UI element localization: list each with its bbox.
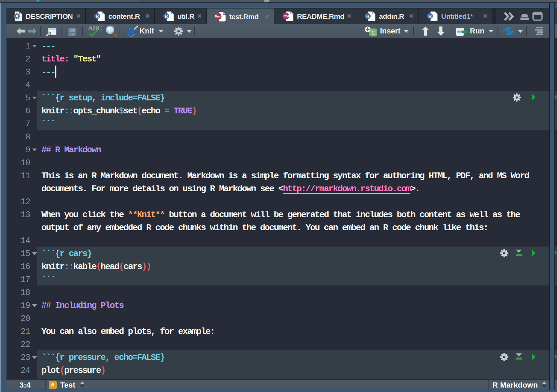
svg-text:R: R	[429, 13, 432, 18]
svg-text:Rmd: Rmd	[215, 15, 221, 18]
svg-text:R: R	[165, 13, 168, 18]
svg-text:R: R	[96, 13, 99, 18]
svg-text:C: C	[371, 30, 375, 36]
svg-text:R: R	[366, 13, 370, 18]
svg-text:#: #	[51, 382, 54, 388]
svg-text:Rmd: Rmd	[283, 14, 289, 18]
